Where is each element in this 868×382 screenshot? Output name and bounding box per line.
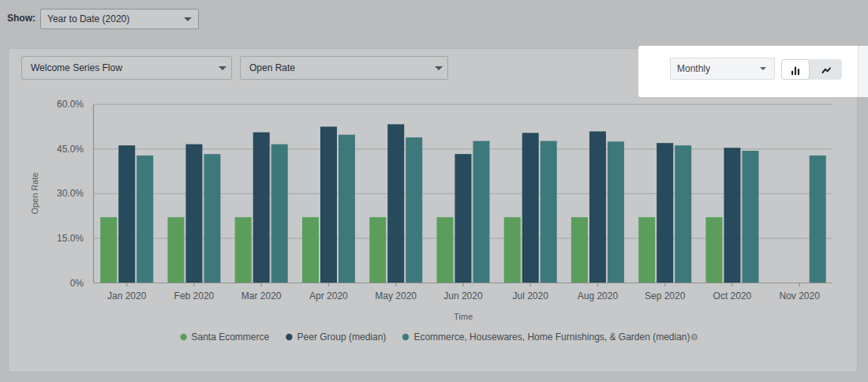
svg-text:Ecommerce, Housewares, Home Fu: Ecommerce, Housewares, Home Furnishings,…	[413, 331, 690, 343]
svg-text:Sep 2020: Sep 2020	[645, 290, 686, 301]
svg-text:?: ?	[692, 334, 696, 341]
svg-text:Jan 2020: Jan 2020	[107, 290, 147, 301]
svg-text:Jun 2020: Jun 2020	[443, 290, 483, 301]
svg-text:Time: Time	[454, 312, 473, 321]
svg-text:Peer Group (median): Peer Group (median)	[297, 331, 387, 343]
svg-text:45.0%: 45.0%	[57, 144, 84, 155]
svg-text:Feb 2020: Feb 2020	[174, 290, 215, 301]
svg-text:30.0%: 30.0%	[57, 188, 84, 199]
svg-text:15.0%: 15.0%	[57, 233, 84, 244]
svg-text:Jul 2020: Jul 2020	[513, 290, 549, 301]
svg-text:Open Rate: Open Rate	[30, 172, 39, 214]
svg-text:Aug 2020: Aug 2020	[578, 290, 619, 301]
svg-text:Mar 2020: Mar 2020	[241, 290, 282, 301]
svg-text:60.0%: 60.0%	[57, 99, 84, 110]
svg-text:Apr 2020: Apr 2020	[309, 290, 348, 301]
svg-text:Oct 2020: Oct 2020	[713, 290, 752, 301]
svg-text:0%: 0%	[70, 278, 84, 289]
svg-text:Nov 2020: Nov 2020	[780, 290, 821, 301]
svg-text:May 2020: May 2020	[375, 290, 417, 301]
svg-text:Santa Ecommerce: Santa Ecommerce	[192, 331, 270, 343]
